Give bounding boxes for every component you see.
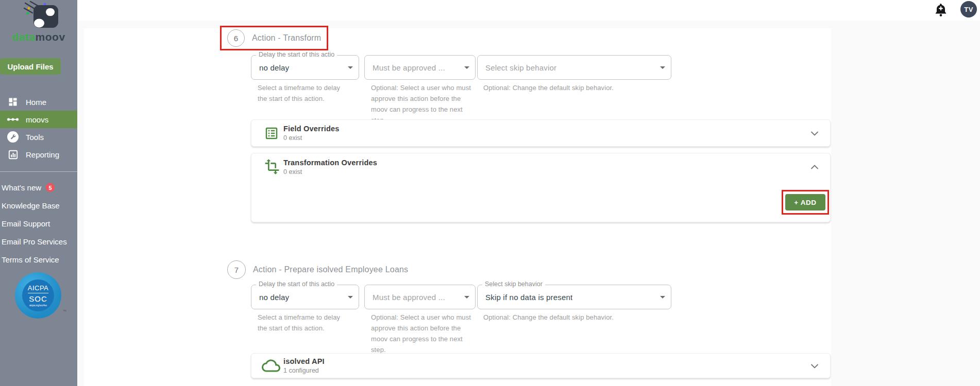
link-email-pro-services[interactable]: Email Pro Services <box>0 233 77 251</box>
list-icon <box>264 126 283 141</box>
delay-select-label: Delay the start of this actio <box>256 280 337 288</box>
panel-subtitle: 1 configured <box>283 367 325 374</box>
sidebar-item-moovs[interactable]: moovs <box>0 111 77 128</box>
panel-title: isolved API <box>283 357 325 365</box>
approver-select[interactable]: Must be approved ... <box>364 285 476 309</box>
delay-select[interactable]: Delay the start of this actio no delay <box>251 285 359 309</box>
approver-select-value: Must be approved ... <box>365 63 445 72</box>
delay-helper-text: Select a timeframe to delay the start of… <box>258 82 344 104</box>
user-avatar[interactable]: TV <box>960 1 977 17</box>
aicpa-soc-badge-inner: AICPA SOC aicpa.org/soc4so <box>22 279 54 311</box>
link-label: What's new <box>2 183 41 192</box>
panel-title: Field Overrides <box>283 125 340 133</box>
step-number-circle: 6 <box>227 29 245 47</box>
sidebar-item-home[interactable]: Home <box>0 93 77 111</box>
step-number-circle: 7 <box>227 260 246 279</box>
soc-line2: SOC <box>29 294 47 303</box>
soc-rule <box>28 293 48 293</box>
transformation-overrides-panel: Transformation Overrides 0 exist + ADD <box>251 153 831 222</box>
screen: datamoov Upload Files Home moovs Tools <box>0 0 980 386</box>
soc-trademark: ™ <box>63 309 66 313</box>
sidebar-item-reporting[interactable]: Reporting <box>0 146 77 163</box>
sidebar: datamoov Upload Files Home moovs Tools <box>0 0 77 386</box>
link-email-support[interactable]: Email Support <box>0 215 77 233</box>
dropdown-caret-icon <box>660 66 665 69</box>
step-title: Action - Transform <box>252 33 321 43</box>
isolved-api-panel-header[interactable]: isolved API 1 configured <box>251 354 830 378</box>
upload-files-button[interactable]: Upload Files <box>0 58 61 75</box>
panel-subtitle: 0 exist <box>283 134 340 142</box>
brand-wordmark-dark: moov <box>36 31 65 43</box>
skip-helper-text: Optional: Change the default skip behavi… <box>483 312 614 323</box>
sidebar-nav: Home moovs Tools Reporting <box>0 93 77 163</box>
link-label: Knowledge Base <box>2 201 60 210</box>
approver-helper-text: Optional: Select a user who must approve… <box>371 312 472 355</box>
dropdown-caret-icon <box>660 296 665 299</box>
panel-title: Transformation Overrides <box>283 159 377 167</box>
link-label: Terms of Service <box>2 255 59 264</box>
dropdown-caret-icon <box>348 66 353 69</box>
soc-line3: aicpa.org/soc4so <box>29 304 47 307</box>
notifications-bell-icon[interactable] <box>935 3 947 20</box>
chevron-up-icon[interactable] <box>810 162 819 171</box>
aicpa-soc-badge: AICPA SOC aicpa.org/soc4so <box>15 272 61 319</box>
moovs-dots-icon <box>7 117 19 122</box>
delay-select[interactable]: Delay the start of this actio no delay <box>251 55 359 80</box>
delay-select-label: Delay the start of this actio <box>256 51 337 58</box>
soc-line1: AICPA <box>28 284 49 292</box>
sidebar-divider <box>0 171 77 172</box>
transformation-overrides-panel-header[interactable]: Transformation Overrides 0 exist <box>251 153 830 180</box>
link-knowledge-base[interactable]: Knowledge Base <box>0 197 77 215</box>
sidebar-item-tools[interactable]: Tools <box>0 128 77 146</box>
step-7-header: 7 Action - Prepare isolved Employee Loan… <box>220 259 408 280</box>
skip-behavior-select-label: Select skip behavior <box>482 280 545 288</box>
wrench-icon <box>7 131 19 143</box>
dropdown-caret-icon <box>348 296 353 299</box>
field-overrides-panel-header[interactable]: Field Overrides 0 exist <box>251 120 830 146</box>
topbar <box>77 0 980 21</box>
dropdown-caret-icon <box>464 296 469 299</box>
brand-wordmark: datamoov <box>0 31 77 43</box>
skip-behavior-select[interactable]: Select skip behavior <box>477 55 671 80</box>
whats-new-count-badge: 5 <box>46 183 55 192</box>
link-terms-of-service[interactable]: Terms of Service <box>0 251 77 269</box>
delay-select-value: no delay <box>251 63 289 72</box>
step-title: Action - Prepare isolved Employee Loans <box>253 265 408 274</box>
dropdown-caret-icon <box>464 66 469 69</box>
panel-subtitle: 0 exist <box>283 168 377 176</box>
transform-icon <box>264 159 283 175</box>
field-overrides-panel: Field Overrides 0 exist <box>251 119 831 147</box>
delay-helper-text: Select a timeframe to delay the start of… <box>258 312 344 334</box>
datamoov-logo-icon <box>0 1 77 33</box>
add-button-highlight <box>782 190 829 215</box>
bar-chart-icon <box>7 149 19 160</box>
chevron-down-icon[interactable] <box>810 129 819 138</box>
sidebar-item-label: Tools <box>26 133 44 142</box>
approver-select-value: Must be approved ... <box>365 293 445 302</box>
sidebar-links: What's new 5 Knowledge Base Email Suppor… <box>0 179 77 269</box>
isolved-api-panel: isolved API 1 configured <box>251 353 831 378</box>
delay-select-value: no delay <box>251 293 289 302</box>
skip-behavior-select-value: Skip if no data is present <box>478 293 572 302</box>
sidebar-item-label: moovs <box>26 115 48 124</box>
link-label: Email Pro Services <box>2 237 67 246</box>
cloud-icon <box>262 359 283 373</box>
link-whats-new[interactable]: What's new 5 <box>0 179 77 197</box>
step-6-header-highlight: 6 Action - Transform <box>220 26 328 50</box>
chevron-down-icon[interactable] <box>810 361 819 371</box>
approver-select[interactable]: Must be approved ... <box>364 55 476 80</box>
dashboard-icon <box>7 97 19 107</box>
brand-wordmark-green: data <box>12 31 35 43</box>
link-label: Email Support <box>2 219 50 228</box>
skip-behavior-select[interactable]: Select skip behavior Skip if no data is … <box>477 285 671 309</box>
sidebar-item-label: Reporting <box>26 150 59 159</box>
skip-behavior-select-value: Select skip behavior <box>478 63 556 72</box>
skip-helper-text: Optional: Change the default skip behavi… <box>483 82 614 93</box>
sidebar-item-label: Home <box>26 98 46 107</box>
